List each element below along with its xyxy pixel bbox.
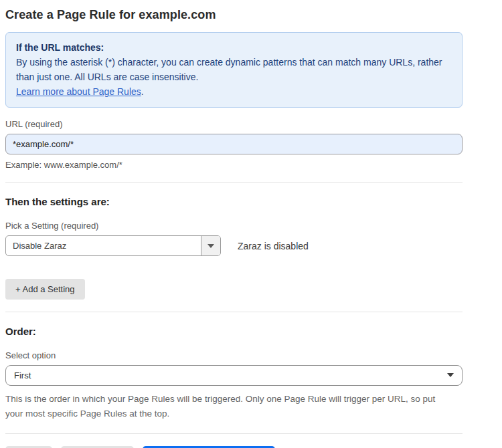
info-box-body: By using the asterisk (*) character, you… [16,55,452,84]
setting-picker-row: Disable Zaraz Zaraz is disabled [5,235,463,256]
order-select-label: Select option [5,350,463,360]
learn-more-link[interactable]: Learn more about Page Rules [16,86,141,97]
url-input[interactable] [5,134,463,154]
order-select-wrap: First [5,365,463,386]
info-box-body-text: By using the asterisk (*) character, you… [16,57,442,82]
page-title: Create a Page Rule for example.com [5,8,463,22]
setting-status-text: Zaraz is disabled [238,241,309,251]
order-select[interactable]: First [5,365,463,386]
page-rule-form: Create a Page Rule for example.com If th… [0,0,502,448]
setting-dropdown-value: Disable Zaraz [6,236,201,255]
divider [5,312,463,312]
url-field-label: URL (required) [5,119,463,129]
settings-section-heading: Then the settings are: [5,196,463,207]
add-setting-button[interactable]: + Add a Setting [5,279,85,300]
order-section-heading: Order: [5,326,463,337]
order-help-text: This is the order in which your Page Rul… [5,392,455,421]
divider [5,182,463,183]
divider [5,433,463,434]
setting-dropdown-arrow-button[interactable] [201,236,220,255]
chevron-down-icon [447,373,454,377]
chevron-down-icon [207,244,214,248]
setting-dropdown[interactable]: Disable Zaraz [5,235,221,256]
url-match-info-box: If the URL matches: By using the asteris… [5,32,463,108]
link-period: . [141,86,144,97]
setting-picker-label: Pick a Setting (required) [5,221,463,231]
info-box-heading: If the URL matches: [16,40,452,55]
order-select-value: First [14,370,31,380]
url-example-text: Example: www.example.com/* [5,160,463,170]
info-box-link-line: Learn more about Page Rules. [16,84,452,99]
